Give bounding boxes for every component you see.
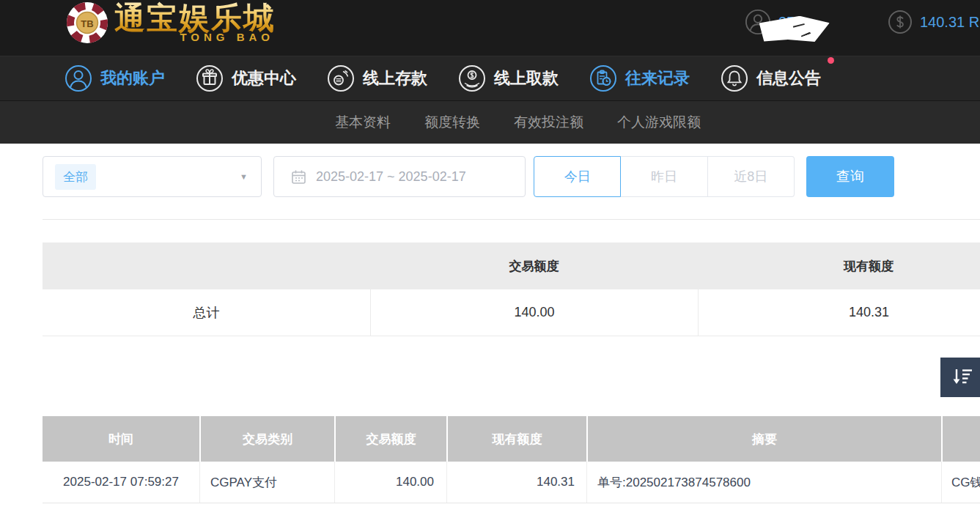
sort-descending-button[interactable] [940,358,980,397]
summary-header-row: 交易额度 现有额度 [43,243,980,289]
brand-logo[interactable]: TB 通宝娱乐城 TONG BAO [65,1,276,46]
search-button[interactable]: 查询 [806,156,894,197]
notification-dot [828,57,834,64]
records-table: 时间 交易类别 交易额度 现有额度 摘要 备注 2025-02-17 07:59… [43,416,980,503]
chevron-down-icon: ▼ [240,172,248,181]
section-divider [43,219,980,220]
summary-header-empty [43,243,370,289]
top-header: TB 通宝娱乐城 TONG BAO 25 140.31 R [0,0,980,56]
summary-total-label: 总计 [43,289,370,336]
nav-item-label: 我的账户 [100,67,165,89]
summary-header-transaction-amount: 交易额度 [370,243,698,289]
dollar-icon [888,10,913,34]
user-circle-icon [65,64,92,92]
records-icon [589,64,617,92]
record-time: 2025-02-17 07:59:27 [43,462,199,503]
record-transaction-amount: 140.00 [334,462,446,503]
nav-item-label: 信息公告 [756,67,821,89]
quick-range-group: 今日 昨日 近8日 [534,156,795,197]
subnav-item-game-limits[interactable]: 个人游戏限额 [617,113,701,132]
records-header-time: 时间 [43,416,199,462]
record-type: CGPAY支付 [199,462,334,503]
balance-area: 140.31 R [888,0,979,44]
scribble-mark [793,23,805,28]
summary-transaction-amount: 140.00 [370,289,698,336]
range-today-button[interactable]: 今日 [534,156,621,197]
calendar-icon [291,169,306,185]
nav-item-promotions[interactable]: 优惠中心 [196,64,296,92]
record-summary: 单号:202502173874578600 [586,462,941,503]
main-nav: 我的账户 优惠中心 线上存款 [0,56,980,101]
chip-text: TB [81,18,93,29]
subnav-item-valid-bets[interactable]: 有效投注额 [514,113,583,132]
summary-total-row: 总计 140.00 140.31 [43,289,980,336]
deposit-icon [327,64,355,92]
summary-current-amount: 140.31 [698,289,980,336]
range-last8days-button[interactable]: 近8日 [708,156,795,197]
date-range-input[interactable]: 2025-02-17 ~ 2025-02-17 [273,156,526,197]
scribble-mark [800,32,811,37]
balance-currency-partial: R [969,14,979,30]
nav-item-announcements[interactable]: 信息公告 [721,64,821,92]
nav-item-label: 往来记录 [625,67,690,89]
nav-item-label: 优惠中心 [232,67,296,89]
records-header-remark: 备注 [941,416,980,462]
records-header-current-amount: 现有额度 [446,416,586,462]
gift-icon [196,64,224,92]
records-header-transaction-amount: 交易额度 [334,416,446,462]
casino-chip-logo-icon: TB [65,1,110,46]
records-header-summary: 摘要 [586,416,941,462]
summary-header-current-amount: 现有额度 [698,243,980,289]
date-range-value: 2025-02-17 ~ 2025-02-17 [316,169,466,185]
record-remark: CG钱包 [941,462,980,503]
nav-item-online-withdraw[interactable]: 线上取款 [458,64,559,92]
nav-item-my-account[interactable]: 我的账户 [65,64,165,92]
sub-nav: 基本资料 额度转换 有效投注额 个人游戏限额 [0,101,980,144]
records-header-type: 交易类别 [199,416,334,462]
records-header-row: 时间 交易类别 交易额度 现有额度 摘要 备注 [43,416,980,462]
record-row: 2025-02-17 07:59:27 CGPAY支付 140.00 140.3… [43,462,980,503]
sort-desc-icon [951,368,973,387]
nav-item-label: 线上存款 [363,67,427,89]
subnav-item-quota-transfer[interactable]: 额度转换 [424,113,480,132]
brand-text: 通宝娱乐城 TONG BAO [114,1,276,43]
withdraw-icon [458,64,486,92]
nav-item-label: 线上取款 [494,67,559,89]
balance-value: 140.31 [920,14,965,30]
range-yesterday-button[interactable]: 昨日 [621,156,707,197]
selected-type-tag[interactable]: 全部 [55,164,96,190]
record-current-amount: 140.31 [446,462,586,503]
nav-item-online-deposit[interactable]: 线上存款 [327,64,427,92]
nav-item-transaction-records[interactable]: 往来记录 [589,64,690,92]
bell-icon [721,64,748,92]
summary-table: 交易额度 现有额度 总计 140.00 140.31 [43,243,980,336]
transaction-type-select[interactable]: 全部 ▼ [43,156,262,197]
subnav-item-basic-info[interactable]: 基本资料 [335,113,391,132]
